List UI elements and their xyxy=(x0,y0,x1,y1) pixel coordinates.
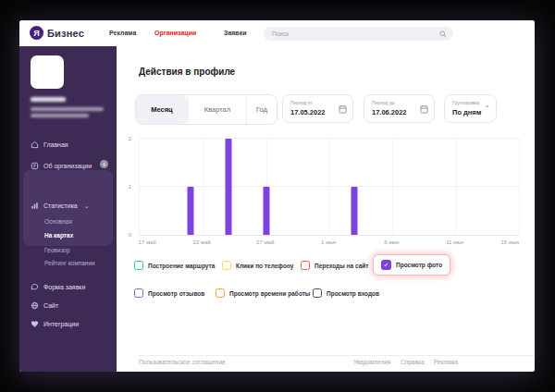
legend-label: Просмотр фото xyxy=(396,262,442,268)
checkbox-unchecked[interactable] xyxy=(134,288,143,298)
legend-label: Просмотр входов xyxy=(327,290,379,297)
grouping-label: Группировка xyxy=(452,100,479,105)
chevron-down-icon: ⌄ xyxy=(84,202,90,210)
sidebar-item-label: Статистика xyxy=(43,202,78,209)
gridline xyxy=(456,139,457,235)
sidebar-item-glavnaya[interactable]: Главная xyxy=(31,141,112,149)
document-icon xyxy=(31,162,39,170)
chart-x-axis: 17 май22 май27 май1 июн6 июн11 июн16 июн xyxy=(139,239,518,249)
calendar-icon[interactable] xyxy=(420,104,428,114)
sidebar-subitem-na-kartah[interactable]: На картах xyxy=(44,232,73,239)
gridline xyxy=(203,139,204,235)
legend-item-postroenie-marshruta[interactable]: Построение маршрута xyxy=(134,261,215,270)
app-window: Я Бизнес Реклама Организации Заявки Глав… xyxy=(19,20,535,372)
date-to-value: 17.06.2022 xyxy=(372,108,407,116)
date-from-value: 17.05.2022 xyxy=(290,108,326,116)
date-from-label: Период от xyxy=(290,100,313,105)
page-title: Действия в профиле xyxy=(139,67,235,77)
sidebar-item-label: Интеграции xyxy=(43,321,79,327)
legend-item-prosmotr-foto-highlighted[interactable]: ✓ Просмотр фото xyxy=(373,254,450,276)
home-icon xyxy=(31,141,39,149)
date-from-field[interactable]: Период от 17.05.2022 xyxy=(282,94,353,123)
footer-link-ads[interactable]: Реклама xyxy=(434,359,458,365)
checkbox-unchecked[interactable] xyxy=(313,288,322,298)
search-icon xyxy=(439,31,447,38)
nav-organizacii[interactable]: Организации xyxy=(154,30,196,36)
legend-label: Клики по телефону xyxy=(236,263,293,269)
legend-item-prosmotr-vremeni-raboty[interactable]: Просмотр времени работы xyxy=(216,288,310,298)
x-tick-label: 22 май xyxy=(193,239,211,245)
legend-item-prosmotr-otzyvov[interactable]: Просмотр отзывов xyxy=(134,288,204,298)
x-tick-label: 17 май xyxy=(139,239,156,245)
grouping-value: По дням xyxy=(452,108,481,116)
legend-item-prosmotr-vhodov[interactable]: Просмотр входов xyxy=(313,288,379,298)
notification-badge: 4 xyxy=(100,160,108,168)
sidebar-item-label: Об организации xyxy=(43,163,92,169)
chart-icon xyxy=(31,202,39,210)
checkbox-unchecked[interactable] xyxy=(301,261,310,270)
sidebar-item-statistika[interactable]: Статистика ⌄ xyxy=(31,202,112,210)
x-tick-label: 27 май xyxy=(256,239,274,245)
search-input[interactable] xyxy=(264,31,439,37)
gridline xyxy=(392,139,393,235)
grouping-select[interactable]: Группировка По дням ⌄ xyxy=(444,94,497,123)
x-tick-label: 1 июн xyxy=(321,239,336,245)
checkbox-unchecked[interactable] xyxy=(222,261,231,270)
calendar-icon[interactable] xyxy=(339,104,347,114)
topbar: Я Бизнес Реклама Организации Заявки xyxy=(19,20,535,46)
gridline xyxy=(519,139,520,235)
sidebar-item-label: Форма заявки xyxy=(43,284,85,290)
nav-reklama[interactable]: Реклама xyxy=(109,30,136,36)
sidebar-item-label: Сайт xyxy=(43,302,58,309)
sidebar: Главная Об организации 4 Реклама Статист… xyxy=(19,46,117,372)
checkbox-unchecked[interactable] xyxy=(216,288,225,298)
sidebar-subitem-osnovnaya[interactable]: Основная xyxy=(44,218,72,225)
legend-item-perehody-na-sait[interactable]: Переходы на сайт xyxy=(301,261,368,270)
date-to-field[interactable]: Период до 17.06.2022 xyxy=(364,94,435,123)
gridline xyxy=(329,139,330,235)
footer-link-agreement[interactable]: Пользовательское соглашение xyxy=(139,359,226,365)
sidebar-subitem-geovizor[interactable]: Геовизор xyxy=(44,247,70,253)
y-tick-label: 1 xyxy=(129,184,131,190)
chat-icon xyxy=(31,283,39,291)
company-name-redacted xyxy=(31,97,66,102)
tab-god[interactable]: Год xyxy=(246,95,277,124)
bar[interactable] xyxy=(225,139,231,235)
checkbox-unchecked[interactable] xyxy=(134,261,143,270)
footer-link-notifications[interactable]: Уведомления xyxy=(353,359,391,365)
chevron-down-icon: ⌄ xyxy=(484,101,490,109)
legend-item-kliki-po-telefonu[interactable]: Клики по телефону xyxy=(222,261,293,270)
chart-plot xyxy=(139,139,519,236)
period-tab-group: Месяц Квартал Год xyxy=(135,94,278,125)
x-tick-label: 11 июн xyxy=(446,239,463,245)
date-to-label: Период до xyxy=(372,100,395,105)
company-avatar[interactable] xyxy=(31,55,64,89)
bar[interactable] xyxy=(187,187,193,235)
footer-divider xyxy=(139,355,535,356)
bar[interactable] xyxy=(352,187,358,235)
company-address-redacted xyxy=(31,107,104,111)
chart-y-axis: 012 xyxy=(122,139,135,235)
sidebar-subitem-reiting-kompanii[interactable]: Рейтинг компании xyxy=(44,260,95,266)
legend-label: Построение маршрута xyxy=(148,263,215,269)
logo[interactable]: Я Бизнес xyxy=(30,26,84,40)
legend-label: Просмотр времени работы xyxy=(229,290,310,297)
checkbox-checked[interactable]: ✓ xyxy=(381,260,391,270)
footer-link-help[interactable]: Справка xyxy=(401,359,425,365)
globe-icon xyxy=(31,301,39,310)
x-tick-label: 6 июн xyxy=(384,239,399,245)
sidebar-item-integracii[interactable]: Интеграции xyxy=(31,320,112,328)
company-address-redacted xyxy=(31,114,89,117)
bar[interactable] xyxy=(263,187,269,235)
tab-kvartal[interactable]: Квартал xyxy=(188,95,246,124)
main-content: Действия в профиле Месяц Квартал Год Пер… xyxy=(117,46,535,372)
sidebar-item-ob-organizacii[interactable]: Об организации 4 xyxy=(31,162,112,170)
legend-label: Просмотр отзывов xyxy=(148,290,204,297)
x-tick-label: 16 июн xyxy=(500,239,519,245)
nav-zayavki[interactable]: Заявки xyxy=(224,30,246,36)
sidebar-item-forma-zayavki[interactable]: Форма заявки xyxy=(31,283,112,291)
sidebar-item-sait[interactable]: Сайт xyxy=(31,301,112,310)
search-box[interactable] xyxy=(264,27,453,41)
heart-icon xyxy=(31,320,39,328)
tab-mesyac[interactable]: Месяц xyxy=(136,95,188,124)
